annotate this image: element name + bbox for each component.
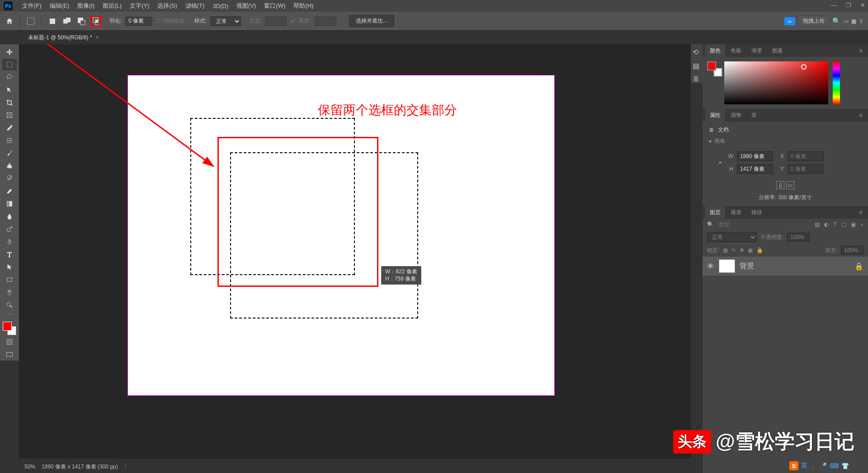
eyedropper-tool[interactable] — [2, 122, 17, 134]
filter-smart-icon[interactable]: ▣ — [851, 221, 856, 228]
menu-select[interactable]: 选择(S) — [153, 2, 181, 10]
lock-artboard-icon[interactable]: ▣ — [748, 247, 753, 253]
menu-window[interactable]: 窗口(W) — [260, 2, 289, 10]
menu-view[interactable]: 视图(V) — [232, 2, 260, 10]
pen-tool[interactable] — [2, 236, 17, 248]
document-canvas[interactable]: 保留两个选框的交集部分 W：822 像素 H：759 像素 — [127, 75, 555, 396]
color-panel-swatch[interactable] — [707, 61, 720, 74]
visibility-icon[interactable]: 👁 — [707, 262, 714, 270]
ime-skin-icon[interactable]: 👕 — [841, 462, 849, 469]
path-select-tool[interactable] — [2, 261, 17, 273]
tab-adjustments[interactable]: 调整 — [726, 109, 746, 122]
lock-icon[interactable]: 🔒 — [854, 262, 863, 271]
comments-panel-icon[interactable]: 🗎 — [693, 75, 701, 83]
menu-help[interactable]: 帮助(H) — [289, 2, 317, 10]
panel-menu-icon[interactable]: ≡ — [856, 47, 865, 54]
libraries-panel-icon[interactable]: ▤ — [693, 61, 701, 70]
hue-slider[interactable] — [833, 61, 840, 104]
blur-tool[interactable] — [2, 211, 17, 222]
screen-mode-icon[interactable] — [2, 349, 17, 361]
layer-filter-input[interactable] — [718, 221, 810, 228]
move-tool[interactable] — [2, 46, 17, 58]
tab-swatches[interactable]: 色板 — [726, 44, 746, 57]
tab-properties[interactable]: 属性 — [705, 109, 725, 122]
eraser-tool[interactable] — [2, 185, 17, 197]
lock-transparency-icon[interactable]: ▦ — [723, 247, 728, 253]
search-icon[interactable]: 🔍 — [832, 17, 841, 25]
quick-select-tool[interactable] — [2, 84, 17, 96]
menu-edit[interactable]: 编辑(E) — [46, 2, 73, 10]
rectangle-tool[interactable] — [2, 274, 17, 286]
workspace-icon[interactable]: ▭ — [844, 18, 849, 24]
color-field[interactable] — [724, 61, 828, 104]
tab-gradients[interactable]: 渐变 — [747, 44, 767, 57]
dodge-tool[interactable] — [2, 223, 17, 235]
canvas-x-input[interactable] — [788, 151, 824, 161]
window-minimize-icon[interactable]: — — [831, 2, 837, 9]
filter-shape-icon[interactable]: ▢ — [841, 221, 846, 228]
close-tab-icon[interactable]: × — [96, 34, 99, 41]
cloud-sync-icon[interactable]: ∞ — [784, 17, 795, 25]
healing-brush-tool[interactable] — [2, 135, 17, 146]
crop-tool[interactable] — [2, 97, 17, 108]
lock-all-icon[interactable]: 🔒 — [756, 247, 763, 253]
history-brush-tool[interactable] — [2, 173, 17, 184]
tab-layers[interactable]: 图层 — [705, 206, 725, 219]
select-and-mask-button[interactable]: 选择并遮住... — [349, 15, 394, 27]
tab-color[interactable]: 颜色 — [705, 44, 725, 57]
gradient-tool[interactable] — [2, 198, 17, 210]
layer-name[interactable]: 背景 — [740, 262, 754, 271]
selection-add-icon[interactable] — [61, 16, 72, 27]
brush-tool[interactable] — [2, 147, 17, 159]
menu-type[interactable]: 文字(Y) — [126, 2, 153, 10]
menu-filter[interactable]: 滤镜(T) — [181, 2, 209, 10]
color-swatches[interactable] — [3, 322, 16, 335]
portrait-icon[interactable]: ▯ — [776, 181, 784, 189]
ime-lang[interactable]: 英 — [801, 462, 807, 470]
foreground-color[interactable] — [3, 322, 12, 331]
ime-keyboard-icon[interactable]: ⌨ — [830, 462, 839, 469]
quick-mask-icon[interactable] — [2, 336, 17, 348]
chevron-down-icon[interactable]: ▾ — [709, 138, 712, 145]
landscape-icon[interactable]: ▭ — [786, 181, 794, 189]
opacity-input[interactable] — [787, 233, 810, 242]
arrange-icon[interactable]: ▦ — [851, 18, 856, 24]
tab-paths[interactable]: 路径 — [747, 206, 767, 219]
tab-channels[interactable]: 通道 — [726, 206, 746, 219]
selection-subtract-icon[interactable] — [76, 16, 87, 27]
document-info[interactable]: 1890 像素 x 1417 像素 (300 pp) — [42, 463, 118, 471]
tab-patterns[interactable]: 图案 — [768, 44, 788, 57]
window-close-icon[interactable]: ✕ — [860, 2, 865, 9]
style-select[interactable]: 正常 — [210, 16, 241, 26]
menu-3d[interactable]: 3D(D) — [208, 3, 232, 9]
edit-toolbar-icon[interactable] — [5, 314, 14, 317]
canvas-width-input[interactable] — [737, 151, 773, 161]
zoom-level[interactable]: 50% — [24, 464, 35, 470]
canvas-y-input[interactable] — [788, 164, 824, 174]
link-wh-icon[interactable]: ⚭ — [718, 159, 722, 166]
fill-input[interactable] — [841, 246, 863, 255]
selection-new-icon[interactable] — [47, 16, 58, 27]
marquee-tool-preset-icon[interactable] — [26, 16, 36, 26]
sogou-ime-icon[interactable]: S — [789, 461, 798, 470]
frame-tool[interactable] — [2, 109, 17, 121]
share-icon[interactable]: ⇪ — [859, 18, 863, 24]
ime-punct-icon[interactable]: ， — [810, 462, 816, 470]
menu-file[interactable]: 文件(F) — [18, 2, 46, 10]
menu-layer[interactable]: 图层(L) — [99, 2, 126, 10]
lock-brush-icon[interactable]: ✎ — [731, 247, 736, 253]
status-chevron-icon[interactable]: 〉 — [124, 463, 130, 471]
layer-thumbnail[interactable] — [719, 259, 735, 273]
home-icon[interactable] — [5, 16, 14, 26]
clone-stamp-tool[interactable] — [2, 160, 17, 172]
history-panel-icon[interactable]: ⟲ — [693, 48, 701, 56]
type-tool[interactable] — [2, 248, 17, 260]
menu-image[interactable]: 图像(I) — [73, 2, 99, 10]
selection-intersect-icon[interactable] — [90, 16, 101, 27]
hand-tool[interactable] — [2, 286, 17, 298]
layer-item-background[interactable]: 👁 背景 🔒 — [703, 257, 868, 276]
lock-position-icon[interactable]: ✥ — [740, 247, 744, 253]
document-tab[interactable]: 未标题-1 @ 50%(RGB/8) * × — [23, 34, 104, 42]
window-maximize-icon[interactable]: ❐ — [846, 2, 851, 9]
canvas-area[interactable]: 保留两个选框的交集部分 W：822 像素 H：759 像素 — [19, 44, 691, 459]
